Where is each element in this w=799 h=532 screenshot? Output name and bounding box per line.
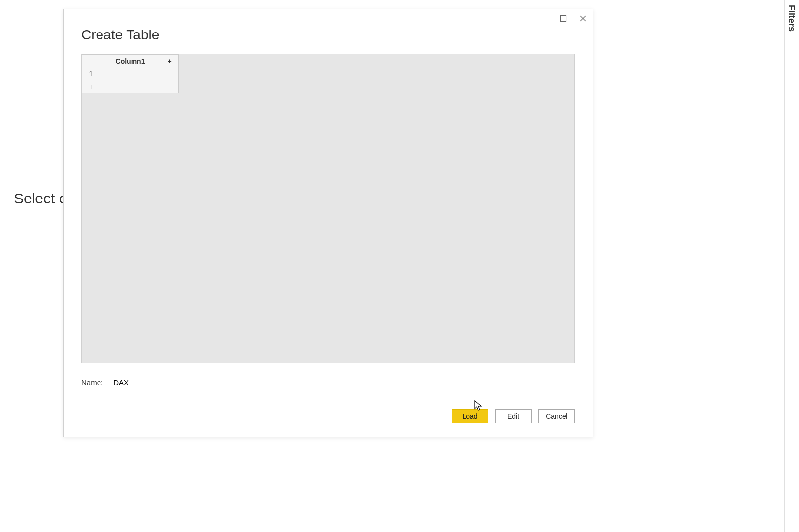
table-name-input[interactable] [109,376,202,389]
column-header[interactable]: Column1 [100,55,161,67]
svg-rect-0 [560,15,566,21]
data-cell[interactable] [100,67,161,80]
corner-cell [82,55,100,67]
empty-data-cell [100,80,161,93]
maximize-button[interactable] [558,14,568,24]
table-grid-area[interactable]: Column1 + 1 + [81,54,575,363]
add-row-button[interactable]: + [82,80,100,93]
create-table-dialog: Create Table Column1 + 1 + Name: Load [63,9,593,437]
load-button[interactable]: Load [452,409,488,423]
enter-data-table: Column1 + 1 + [82,54,179,93]
filters-pane[interactable]: Filters [784,0,799,532]
cancel-button[interactable]: Cancel [538,409,575,423]
background-partial-text: Select o [14,190,67,207]
empty-cell [161,67,179,80]
dialog-title: Create Table [81,27,159,43]
add-column-button[interactable]: + [161,55,179,67]
close-button[interactable] [578,14,588,24]
maximize-icon [560,15,567,24]
close-icon [579,15,587,24]
row-number: 1 [82,67,100,80]
filters-pane-label: Filters [786,5,797,32]
name-label: Name: [81,378,103,387]
empty-cell [161,80,179,93]
edit-button[interactable]: Edit [495,409,532,423]
